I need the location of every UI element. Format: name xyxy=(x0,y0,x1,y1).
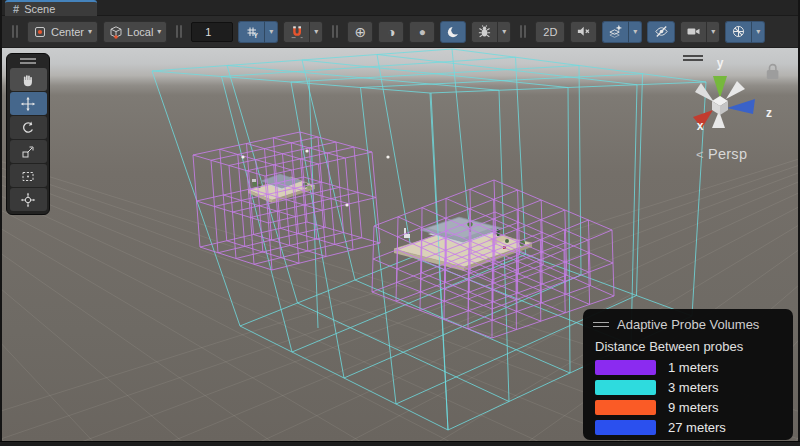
toolbar-drag-handle[interactable] xyxy=(520,25,526,38)
toolbar-drag-handle[interactable] xyxy=(332,25,338,38)
pivot-mode-label: Center xyxy=(50,26,85,38)
window-bottom-edge xyxy=(0,441,800,446)
overlay-drag-handle[interactable] xyxy=(20,58,36,64)
legend-swatch xyxy=(595,400,656,415)
unlit-mode-button[interactable]: ● xyxy=(409,21,435,43)
chevron-down-icon: ▾ xyxy=(157,28,161,36)
rect-tool-icon xyxy=(20,168,36,184)
pivot-icon xyxy=(33,25,47,39)
half-sphere-icon: ◑ xyxy=(387,25,395,39)
eye-slash-icon xyxy=(654,24,669,39)
camera-split-button: ▾ xyxy=(680,21,720,43)
legend-label: 9 meters xyxy=(668,400,719,415)
solid-sphere-icon: ● xyxy=(419,26,426,38)
legend-label: 27 meters xyxy=(668,420,726,435)
grid-icon: Y xyxy=(245,25,259,39)
grid-snap-dropdown[interactable]: ▾ xyxy=(309,21,323,43)
camera-dropdown[interactable]: ▾ xyxy=(706,21,720,43)
pivot-mode-button[interactable]: Center ▾ xyxy=(27,21,98,43)
transform-tool-button[interactable] xyxy=(10,188,47,211)
snap-increment-input[interactable] xyxy=(191,22,233,42)
chevron-down-icon: ▾ xyxy=(314,28,318,36)
overlay-drag-handle[interactable] xyxy=(683,56,703,60)
debug-mode-dropdown[interactable]: ▾ xyxy=(497,21,511,43)
toolbar-drag-handle[interactable] xyxy=(12,25,18,38)
lock-icon[interactable] xyxy=(767,65,779,79)
bug-icon xyxy=(477,24,492,39)
scene-toolbar: Center ▾ Local ▾ Y ▾ xyxy=(2,16,798,48)
debug-mode-split-button: ▾ xyxy=(471,21,511,43)
grid-hash-icon: # xyxy=(13,3,19,15)
audio-toggle-button[interactable] xyxy=(570,21,597,43)
debug-mode-button[interactable] xyxy=(471,21,497,43)
legend-label: 3 meters xyxy=(668,380,719,395)
effects-dropdown[interactable]: ▾ xyxy=(628,21,642,43)
apv-legend-subtitle: Distance Between probes xyxy=(595,339,783,354)
chevron-down-icon: ▾ xyxy=(269,28,273,36)
shading-mode-button[interactable]: ⊕ xyxy=(347,21,373,43)
chevron-down-icon: ▾ xyxy=(756,28,760,36)
tools-overlay xyxy=(6,53,50,215)
chevron-down-icon: ▾ xyxy=(88,28,92,36)
toolbar-drag-handle[interactable] xyxy=(176,25,182,38)
scene-tab[interactable]: # Scene xyxy=(5,0,97,16)
legend-swatch xyxy=(595,420,656,435)
moon-icon xyxy=(446,25,460,39)
grid-visibility-split-button: Y ▾ xyxy=(238,21,278,43)
persp-arrow-icon: < xyxy=(696,147,704,162)
handle-orientation-label: Local xyxy=(126,26,154,38)
legend-item: 9 meters xyxy=(595,400,783,415)
chevron-down-icon: ▾ xyxy=(502,28,506,36)
scene-camera-button[interactable] xyxy=(680,21,706,43)
legend-label: 1 meters xyxy=(668,360,719,375)
scene-tab-label: Scene xyxy=(24,3,55,15)
house-models xyxy=(248,174,532,271)
overlay-drag-handle[interactable] xyxy=(593,322,609,327)
move-tool-button[interactable] xyxy=(10,92,47,115)
legend-item: 1 meters xyxy=(595,360,783,375)
wireframe-sphere-icon: ⊕ xyxy=(354,25,366,39)
legend-item: 3 meters xyxy=(595,380,783,395)
shaded-wireframe-button[interactable]: ◑ xyxy=(378,21,404,43)
hand-icon xyxy=(20,72,36,88)
axis-z-label: z xyxy=(766,106,772,120)
mode-2d-label: 2D xyxy=(543,26,557,38)
effects-toggle-button[interactable] xyxy=(602,21,628,43)
mode-2d-button[interactable]: 2D xyxy=(535,21,565,43)
speaker-muted-icon xyxy=(576,24,591,39)
legend-swatch xyxy=(595,360,656,375)
grid-snap-split-button: ▾ xyxy=(283,21,323,43)
scene-lighting-button[interactable] xyxy=(440,21,466,43)
view-pan-tool-button[interactable] xyxy=(10,68,47,91)
scale-tool-button[interactable] xyxy=(10,140,47,163)
apv-legend-panel: Adaptive Probe Volumes Distance Between … xyxy=(583,309,793,440)
rotate-icon xyxy=(20,120,36,136)
scene-viewport[interactable]: y x z <Persp Adaptive Probe Volumes Dist… xyxy=(2,48,798,441)
scene-visibility-button[interactable] xyxy=(647,21,675,43)
rotate-tool-button[interactable] xyxy=(10,116,47,139)
apv-legend-rows: 1 meters3 meters9 meters27 meters xyxy=(593,360,783,435)
effects-split-button: ▾ xyxy=(602,21,642,43)
grid-snap-button[interactable] xyxy=(283,21,309,43)
projection-label: Persp xyxy=(708,146,747,162)
legend-item: 27 meters xyxy=(595,420,783,435)
chevron-down-icon: ▾ xyxy=(633,28,637,36)
axis-z-cone xyxy=(727,99,755,114)
projection-toggle[interactable]: <Persp xyxy=(696,146,747,162)
orientation-gizmo[interactable]: y x z xyxy=(658,48,798,144)
rect-tool-button[interactable] xyxy=(10,164,47,187)
svg-text:Y: Y xyxy=(253,32,258,39)
unity-scene-view-window: # Scene Center ▾ Local ▾ xyxy=(0,0,800,446)
chevron-down-icon: ▾ xyxy=(711,28,715,36)
probe-volume-1m-wireframe-left xyxy=(193,132,380,270)
magnet-icon xyxy=(290,25,304,39)
gizmos-dropdown[interactable]: ▾ xyxy=(751,21,765,43)
grid-visibility-dropdown[interactable]: ▾ xyxy=(264,21,278,43)
gizmos-toggle-button[interactable] xyxy=(725,21,751,43)
cube-icon xyxy=(109,25,123,39)
grid-visibility-button[interactable]: Y xyxy=(238,21,264,43)
video-camera-icon xyxy=(686,24,701,39)
handle-orientation-button[interactable]: Local ▾ xyxy=(103,21,167,43)
effects-sparkle-icon xyxy=(608,24,623,39)
gizmo-sphere-icon xyxy=(731,24,746,39)
